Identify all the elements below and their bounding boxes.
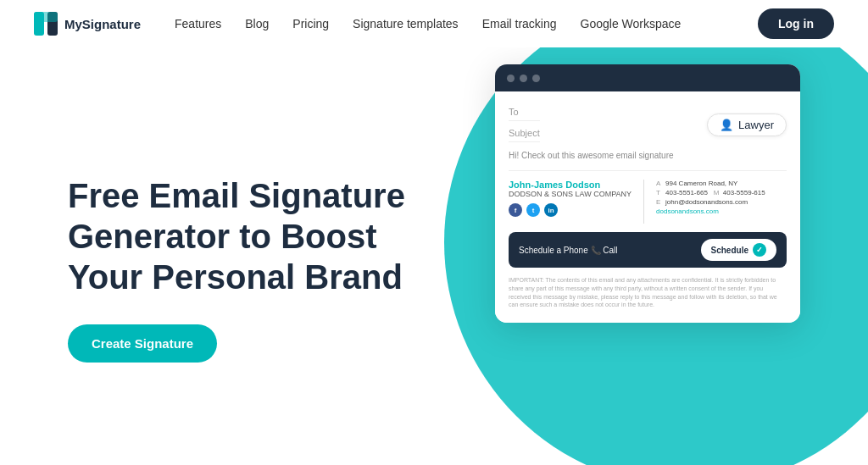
twitter-icon: t xyxy=(526,203,540,217)
logo-icon xyxy=(34,12,58,36)
hero-text-area: Free Email Signature Generator to Boost … xyxy=(68,175,424,363)
window-dot-1 xyxy=(507,75,515,82)
phone1-value: 403-5551-665 xyxy=(665,189,708,197)
website-value: dodsonandsons.com xyxy=(656,208,719,215)
window-dot-2 xyxy=(520,75,527,82)
hero-section: Free Email Signature Generator to Boost … xyxy=(0,47,868,465)
sig-socials: f t in xyxy=(509,203,632,217)
nav-features[interactable]: Features xyxy=(175,17,221,30)
role-icon: 👤 xyxy=(720,119,733,131)
phone2-value: 403-5559-615 xyxy=(723,189,765,197)
navbar: MySignature Features Blog Pricing Signat… xyxy=(0,0,868,47)
schedule-button[interactable]: Schedule ✓ xyxy=(701,239,776,261)
email-mockup: To Subject 👤 Lawyer Hi! Check out this a… xyxy=(495,64,800,323)
sig-details: A 994 Cameron Road, NY T 403-5551-665 M … xyxy=(656,180,765,224)
schedule-bar: Schedule a Phone 📞 Call Schedule ✓ xyxy=(509,232,787,268)
svg-rect-2 xyxy=(34,12,58,22)
email-label: E xyxy=(656,198,663,206)
sig-detail-col: A 994 Cameron Road, NY T 403-5551-665 M … xyxy=(656,180,765,224)
sig-email-row: E john@dodsonandsons.com xyxy=(656,198,765,206)
signature-block: John-James Dodson DODSON & SONS LAW COMP… xyxy=(509,170,787,224)
subject-field: Subject xyxy=(509,125,540,142)
role-label: Lawyer xyxy=(738,119,774,131)
nav-pricing[interactable]: Pricing xyxy=(292,17,329,30)
hero-title: Free Email Signature Generator to Boost … xyxy=(68,175,424,297)
schedule-label: Schedule a Phone xyxy=(519,246,588,255)
phone1-label: T xyxy=(656,189,663,197)
email-header-bar xyxy=(495,64,800,91)
sig-phone1-row: T 403-5551-665 M 403-5559-615 xyxy=(656,189,765,197)
email-footer-disclaimer: IMPORTANT: The contents of this email an… xyxy=(509,276,787,309)
email-value: john@dodsonandsons.com xyxy=(665,198,748,206)
email-fields: To Subject xyxy=(509,103,540,146)
facebook-icon: f xyxy=(509,203,522,217)
phone-icon: 📞 xyxy=(591,246,604,255)
nav-blog[interactable]: Blog xyxy=(245,17,269,30)
schedule-btn-label: Schedule xyxy=(711,246,748,255)
email-body: To Subject 👤 Lawyer Hi! Check out this a… xyxy=(495,91,800,323)
logo[interactable]: MySignature xyxy=(34,12,141,36)
create-signature-button[interactable]: Create Signature xyxy=(68,324,217,363)
nav-google-workspace[interactable]: Google Workspace xyxy=(581,17,682,30)
nav-signature-templates[interactable]: Signature templates xyxy=(353,17,459,30)
email-greeting: Hi! Check out this awesome email signatu… xyxy=(509,151,787,160)
sig-company: DODSON & SONS LAW COMPANY xyxy=(509,190,632,198)
nav-links: Features Blog Pricing Signature template… xyxy=(175,17,758,30)
check-icon: ✓ xyxy=(753,243,766,257)
sig-divider xyxy=(643,180,644,224)
nav-email-tracking[interactable]: Email tracking xyxy=(482,17,557,30)
linkedin-icon: in xyxy=(544,203,558,217)
login-button[interactable]: Log in xyxy=(758,8,834,39)
role-badge: 👤 Lawyer xyxy=(707,113,787,136)
phone2-label: M xyxy=(714,189,721,197)
address-label: A xyxy=(656,180,663,187)
email-window: To Subject 👤 Lawyer Hi! Check out this a… xyxy=(495,64,800,323)
sig-address-row: A 994 Cameron Road, NY xyxy=(656,180,765,187)
window-dot-3 xyxy=(532,75,540,82)
to-field: To xyxy=(509,103,540,121)
sig-name: John-James Dodson xyxy=(509,180,632,190)
logo-text: MySignature xyxy=(64,17,141,31)
call-label: Call xyxy=(603,246,617,255)
address-value: 994 Cameron Road, NY xyxy=(665,180,737,187)
sig-website-row: dodsonandsons.com xyxy=(656,208,765,215)
schedule-text: Schedule a Phone 📞 Call xyxy=(519,246,618,255)
sig-left: John-James Dodson DODSON & SONS LAW COMP… xyxy=(509,180,632,224)
email-to-row: To Subject 👤 Lawyer xyxy=(509,103,787,146)
